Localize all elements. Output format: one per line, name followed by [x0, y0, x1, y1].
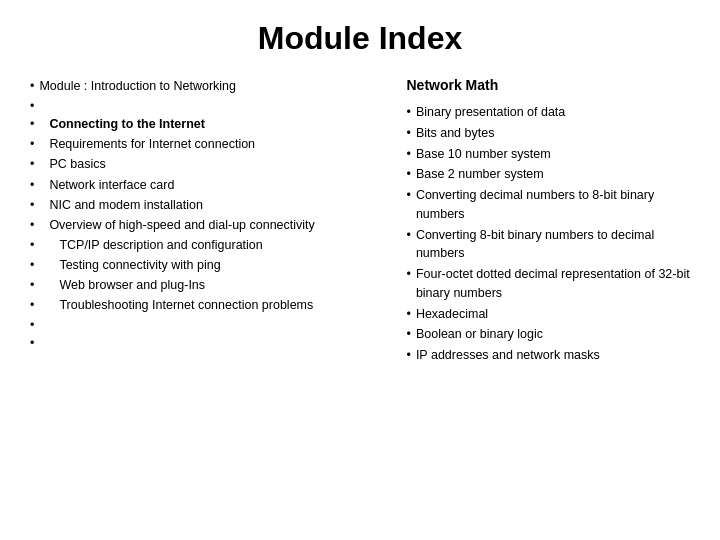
bullet-icon: •	[30, 276, 34, 294]
right-item-text: Base 10 number system	[416, 145, 551, 164]
right-item-text: IP addresses and network masks	[416, 346, 600, 365]
left-list-item: •Troubleshooting Internet connection pro…	[30, 296, 377, 314]
right-list-item: •Base 10 number system	[407, 145, 691, 164]
right-list-item: •Base 2 number system	[407, 165, 691, 184]
page: Module Index •Module : Introduction to N…	[0, 0, 720, 540]
left-list-item: •Web browser and plug-Ins	[30, 276, 377, 294]
bullet-icon: •	[407, 265, 411, 284]
left-list-item: •Module : Introduction to Networking	[30, 77, 377, 95]
right-list-item: •Converting 8-bit binary numbers to deci…	[407, 226, 691, 264]
left-list-item: •Requirements for Internet connection	[30, 135, 377, 153]
list-item-text: Troubleshooting Internet connection prob…	[39, 296, 313, 314]
bullet-icon: •	[407, 145, 411, 164]
right-column-title: Network Math	[407, 77, 691, 93]
list-item-text: Module : Introduction to Networking	[39, 77, 236, 95]
bullet-icon: •	[407, 346, 411, 365]
right-item-text: Base 2 number system	[416, 165, 544, 184]
left-list-item: •	[30, 334, 377, 350]
list-item-text: NIC and modem installation	[39, 196, 203, 214]
bullet-icon: •	[30, 115, 34, 133]
right-item-text: Hexadecimal	[416, 305, 488, 324]
left-list-item: •NIC and modem installation	[30, 196, 377, 214]
left-list-item: •PC basics	[30, 155, 377, 173]
right-item-text: Converting 8-bit binary numbers to decim…	[416, 226, 690, 264]
content-area: •Module : Introduction to Networking••Co…	[30, 77, 690, 520]
list-item-text: Overview of high-speed and dial-up conne…	[39, 216, 314, 234]
bullet-icon: •	[30, 77, 34, 95]
list-item-text: Requirements for Internet connection	[39, 135, 255, 153]
right-list-item: •Bits and bytes	[407, 124, 691, 143]
bullet-icon: •	[30, 196, 34, 214]
bullet-icon: •	[30, 236, 34, 254]
list-item-text: Network interface card	[39, 176, 174, 194]
bullet-icon: •	[30, 256, 34, 274]
right-list-item: •Hexadecimal	[407, 305, 691, 324]
bullet-icon: •	[30, 135, 34, 153]
right-list-item: •Binary presentation of data	[407, 103, 691, 122]
right-list-item: •Boolean or binary logic	[407, 325, 691, 344]
bullet-icon: •	[407, 325, 411, 344]
bullet-icon: •	[30, 155, 34, 173]
bullet-icon: •	[407, 103, 411, 122]
bullet-icon: •	[30, 296, 34, 314]
right-column: Network Math •Binary presentation of dat…	[397, 77, 691, 520]
left-list-item: •TCP/IP description and configuration	[30, 236, 377, 254]
right-item-text: Bits and bytes	[416, 124, 495, 143]
left-list-item: •	[30, 97, 377, 113]
page-title: Module Index	[30, 20, 690, 57]
left-list: •Module : Introduction to Networking••Co…	[30, 77, 377, 350]
bullet-icon: •	[407, 165, 411, 184]
left-list-item: •Connecting to the Internet	[30, 115, 377, 133]
bullet-icon: •	[407, 226, 411, 245]
list-item-text: Web browser and plug-Ins	[39, 276, 205, 294]
bullet-icon: •	[30, 216, 34, 234]
right-item-text: Four-octet dotted decimal representation…	[416, 265, 690, 303]
bullet-icon: •	[407, 124, 411, 143]
right-list: •Binary presentation of data•Bits and by…	[407, 103, 691, 365]
right-list-item: •Converting decimal numbers to 8-bit bin…	[407, 186, 691, 224]
left-list-item: •	[30, 316, 377, 332]
bullet-icon: •	[30, 316, 34, 334]
right-item-text: Boolean or binary logic	[416, 325, 543, 344]
left-list-item: •Overview of high-speed and dial-up conn…	[30, 216, 377, 234]
bullet-icon: •	[30, 176, 34, 194]
left-list-item: •Network interface card	[30, 176, 377, 194]
list-item-text: Testing connectivity with ping	[39, 256, 220, 274]
list-item-text: Connecting to the Internet	[39, 115, 205, 133]
list-item-text: TCP/IP description and configuration	[39, 236, 262, 254]
left-list-item: •Testing connectivity with ping	[30, 256, 377, 274]
bullet-icon: •	[407, 186, 411, 205]
left-column: •Module : Introduction to Networking••Co…	[30, 77, 387, 520]
bullet-icon: •	[30, 97, 34, 115]
right-item-text: Converting decimal numbers to 8-bit bina…	[416, 186, 690, 224]
right-list-item: •IP addresses and network masks	[407, 346, 691, 365]
right-list-item: •Four-octet dotted decimal representatio…	[407, 265, 691, 303]
bullet-icon: •	[407, 305, 411, 324]
bullet-icon: •	[30, 334, 34, 352]
right-item-text: Binary presentation of data	[416, 103, 565, 122]
list-item-text: PC basics	[39, 155, 105, 173]
